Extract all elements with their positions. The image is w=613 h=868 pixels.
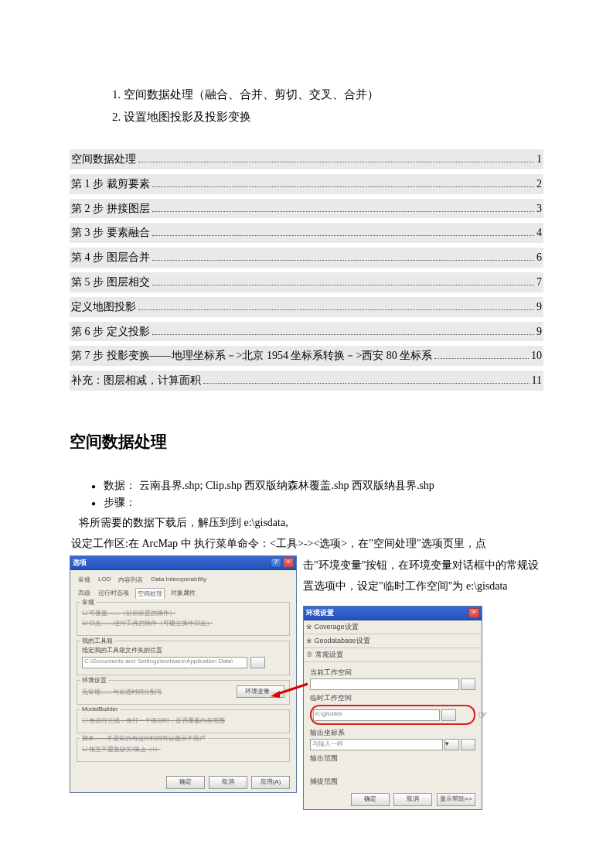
help-button[interactable]: ? [271,558,281,568]
list-num: 2. [112,111,121,123]
toc-row[interactable]: 第 4 步 图层合并6 [70,248,543,268]
ok-button[interactable]: 确定 [166,776,205,789]
dropdown-icon[interactable]: ▾ [444,739,459,750]
label-current-ws: 当前工作空间 [310,668,475,678]
paragraph: 击"环境变量"按钮，在环境变量对话框中的常规设置选项中，设定"临时工作空间"为 … [303,555,543,596]
checkbox-mb[interactable]: ☐ 当运行完成，当打一个项目时，是否覆盖内存范围 [82,716,284,725]
toc-dots [138,309,534,310]
titlebar[interactable]: 环境设置 × [304,607,482,620]
ok-button[interactable]: 确定 [351,793,390,806]
toc-row[interactable]: 第 5 步 图层相交7 [70,272,543,292]
toc-dots [152,210,535,212]
group-title: 我的工具箱 [80,637,114,645]
tab[interactable]: 常规 [77,575,92,585]
toc-dots [152,284,535,285]
toc-page: 4 [536,224,542,242]
toc-row[interactable]: 补充：图层相减，计算面积11 [70,371,543,391]
group-env: 环境设置 无常规……与前通时间分配等 环境变量… [77,680,290,705]
browse-button[interactable] [441,709,456,721]
toc-dots [152,333,535,335]
dialog-title: 环境设置 [306,608,334,618]
group-title: 常规 [80,598,96,607]
tab[interactable]: 对象属性 [169,588,197,599]
close-icon[interactable]: × [283,558,294,568]
tab[interactable]: Data Interoperability [149,575,208,585]
close-icon[interactable]: × [468,608,479,618]
svg-line-0 [275,684,308,695]
toc-page: 7 [536,273,542,292]
checkbox-overwrite[interactable]: ☐ 可覆盖……（以前设置的操作） [82,609,284,617]
paragraph: 设定工作区:在 ArcMap 中 执行菜单命令：<工具>-><选项>，在"空间处… [71,534,543,555]
bullet-icon: ● [91,482,96,490]
toc-row[interactable]: 第 1 步 裁剪要素2 [70,174,543,194]
accordion-item[interactable]: ※ 常规设置 [304,648,482,662]
toc-label: 空间数据处理 [71,150,136,169]
list-text: 设置地图投影及投影变换 [124,111,251,123]
toc-dots [152,186,535,187]
list-num: 1. [112,88,121,101]
group-modelbuilder: ModelBuilder ☐ 当运行完成，当打一个项目时，是否覆盖内存范围 [77,709,290,733]
cancel-button[interactable]: 取消 [393,793,432,806]
checkbox-script[interactable]: ☐ 相互不重复缺失\填上（I） [82,745,284,754]
coord-select[interactable]: 与输入一样 [310,739,443,750]
toc-label: 第 2 步 拼接图层 [71,200,150,218]
titlebar[interactable]: 选项 ? × [70,556,296,570]
tab[interactable]: 运行时选项 [97,588,131,599]
toc-row[interactable]: 空间数据处理1 [70,149,543,169]
bullet-item: ● 步骤： [91,496,543,510]
temp-ws-input[interactable]: e:\gisdata [313,709,440,721]
toc-label: 第 7 步 投影变换——地理坐标系－>北京 1954 坐标系转换－>西安 80 … [71,347,432,365]
toc-row[interactable]: 第 7 步 投影变换——地理坐标系－>北京 1954 坐标系转换－>西安 80 … [70,346,543,366]
current-ws-input[interactable] [310,678,459,690]
toc-page: 6 [536,248,542,267]
bullet-label: 数据： [104,480,136,491]
tabs-row: 常规 LOD 内容列表 Data Interoperability [77,575,290,585]
toc-dots [138,161,534,162]
options-dialog: 选项 ? × 常规 LOD 内容列表 Data Interoperability… [70,555,297,793]
bullet-label: 步骤： [104,496,136,510]
cancel-button[interactable]: 取消 [209,776,247,789]
env-dialog: 环境设置 × ※ Coverage设置 ※ Geodatabase设置 ※ 常规… [303,606,482,810]
toc-row[interactable]: 定义地图投影9 [70,297,543,317]
table-of-contents: 空间数据处理1第 1 步 裁剪要素2第 2 步 拼接图层3第 3 步 要素融合4… [70,149,543,391]
arrow-icon [271,682,309,706]
bullet-icon: ● [91,499,96,507]
group-title: ModelBuilder [80,706,120,713]
help-button[interactable]: 显示帮助>> [437,793,475,806]
toc-page: 9 [536,298,542,316]
apply-button[interactable]: 应用(A) [251,776,290,789]
toc-page: 11 [532,371,542,390]
toc-page: 9 [536,323,542,341]
env-text: 无常规……与前通时间分配等 [82,688,162,696]
toc-dots [203,382,530,384]
label-coord: 输出坐标系 [310,728,475,738]
tab[interactable]: LOD [97,575,112,585]
temp-ws-row: e:\gisdata ☜ [310,705,475,725]
browse-button[interactable] [461,678,475,690]
tab[interactable]: 高级 [77,588,92,599]
label-temp-ws: 临时工作空间 [310,693,475,703]
checkbox-log[interactable]: ☑ 日志……运行工具的操作（可建立操作日志） [82,619,284,627]
accordion-item[interactable]: ※ Geodatabase设置 [304,634,482,648]
toc-row[interactable]: 第 6 步 定义投影9 [70,322,543,342]
group-title: 脚本……不通常的与运行时间可以显示下面戶 [80,734,207,743]
toc-label: 第 1 步 裁剪要素 [71,175,150,193]
bullet-text: 云南县界.shp; Clip.shp 西双版纳森林覆盖.shp 西双版纳县界.s… [139,480,434,491]
tabs-row: 高级 运行时选项 空间处理 对象属性 [77,588,290,599]
list-text: 空间数据处理（融合、合并、剪切、交叉、合并） [124,88,379,101]
toc-page: 2 [536,175,542,193]
toc-row[interactable]: 第 2 步 拼接图层3 [70,199,543,219]
browse-button[interactable] [250,657,265,668]
browse-button[interactable] [461,739,475,750]
label-extent: 输出范围 [310,754,475,764]
bullet-item: ● 数据： 云南县界.shp; Clip.shp 西双版纳森林覆盖.shp 西双… [91,479,543,493]
section-title: 空间数据处理 [70,431,543,453]
tab[interactable]: 内容列表 [117,575,145,585]
toc-row[interactable]: 第 3 步 要素融合4 [70,223,543,243]
toc-label: 补充：图层相减，计算面积 [71,371,201,390]
toc-dots [152,234,535,236]
group-title: 环境设置 [80,676,108,685]
toolbox-path-input[interactable]: C:\Documents and Settings\esriware\Appli… [82,657,247,668]
accordion-item[interactable]: ※ Coverage设置 [304,620,482,634]
tab-active[interactable]: 空间处理 [135,588,165,599]
